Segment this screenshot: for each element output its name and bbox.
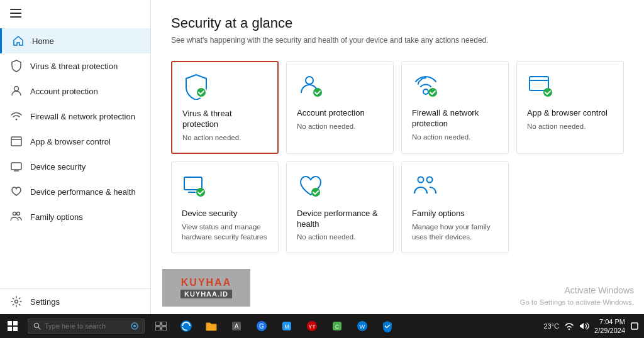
sidebar-item-family[interactable]: Family options <box>0 204 150 229</box>
svg-point-10 <box>17 212 20 215</box>
svg-rect-53 <box>631 323 638 329</box>
card-browser-status: No action needed. <box>527 121 613 131</box>
sidebar-item-firewall[interactable]: Firewall & network protection <box>0 104 150 129</box>
edge-browser-button[interactable] <box>175 314 197 338</box>
svg-rect-2 <box>10 16 21 18</box>
svg-point-52 <box>569 329 570 330</box>
card-firewall-title: Firewall & network protection <box>412 108 498 129</box>
sidebar-item-settings[interactable]: Settings <box>0 289 150 314</box>
svg-point-11 <box>15 300 18 303</box>
shield-icon <box>10 60 23 72</box>
app-icon-5[interactable]: C <box>326 314 348 338</box>
logo-overlay: KUYHAA KUYHAA.ID <box>162 269 250 307</box>
taskbar: A G M YT C W 23°C <box>0 314 644 338</box>
start-button[interactable] <box>0 314 25 338</box>
card-family-title: Family options <box>412 209 498 219</box>
svg-point-9 <box>13 212 16 215</box>
taskbar-search-icon <box>33 322 41 330</box>
taskbar-search-box[interactable] <box>28 319 145 334</box>
taskbar-search-input[interactable] <box>45 322 126 330</box>
taskbar-system-tray: 23°C 7:04 PM 2/29/2024 <box>543 317 644 335</box>
sidebar-label-performance: Device performance & health <box>30 187 136 197</box>
card-account[interactable]: Account protection No action needed. <box>286 61 394 154</box>
card-firewall-icon <box>412 72 442 102</box>
card-browser[interactable]: App & browser control No action needed. <box>516 61 624 154</box>
sidebar-item-account[interactable]: Account protection <box>0 79 150 104</box>
svg-text:C: C <box>335 324 340 330</box>
settings-label: Settings <box>30 297 60 307</box>
browser-icon <box>10 135 23 148</box>
page-title: Security at a glance <box>171 15 624 31</box>
card-firewall-status: No action needed. <box>412 132 498 142</box>
menu-icon[interactable] <box>0 0 150 28</box>
card-performance-status: No action needed. <box>297 232 383 242</box>
app-icon-3[interactable]: M <box>275 314 298 338</box>
svg-rect-27 <box>8 321 12 325</box>
app-icon-1[interactable]: A <box>225 314 248 338</box>
activate-line1: Activate Windows <box>519 284 634 297</box>
svg-line-32 <box>38 327 41 330</box>
svg-point-26 <box>427 177 433 182</box>
card-firewall[interactable]: Firewall & network protection No action … <box>401 61 509 154</box>
card-virus-title: Virus & threat protection <box>182 109 267 130</box>
date-display: 2/29/2024 <box>594 326 625 335</box>
time-display: 7:04 PM <box>594 317 625 326</box>
sidebar-label-firewall: Firewall & network protection <box>30 112 135 121</box>
taskbar-apps: A G M YT C W <box>150 314 399 338</box>
svg-rect-29 <box>8 327 12 331</box>
wifi-icon <box>10 110 23 123</box>
cortana-icon <box>130 322 139 330</box>
sidebar: Home Virus & threat protection Account p… <box>0 0 151 314</box>
settings-icon <box>10 295 23 308</box>
svg-rect-18 <box>530 77 548 90</box>
svg-point-4 <box>16 119 18 121</box>
logo-top: KUYHAA <box>181 277 231 288</box>
svg-point-3 <box>14 87 19 91</box>
card-browser-title: App & browser control <box>527 108 613 119</box>
card-virus-status: No action needed. <box>182 133 267 143</box>
sidebar-item-home[interactable]: Home <box>0 28 150 53</box>
sidebar-label-browser: App & browser control <box>30 137 111 146</box>
taskbar-clock[interactable]: 7:04 PM 2/29/2024 <box>594 317 625 335</box>
card-device-security[interactable]: Device security View status and manage h… <box>171 161 279 253</box>
svg-text:M: M <box>284 324 289 330</box>
svg-point-25 <box>418 177 424 182</box>
svg-rect-28 <box>13 321 18 325</box>
network-icon[interactable] <box>564 322 574 330</box>
svg-point-14 <box>306 77 313 84</box>
card-device-security-icon <box>182 172 212 202</box>
svg-text:YT: YT <box>308 324 316 330</box>
sidebar-item-browser[interactable]: App & browser control <box>0 129 150 154</box>
app-icon-2[interactable]: G <box>250 314 273 338</box>
app-icon-6[interactable]: W <box>351 314 374 338</box>
svg-rect-36 <box>162 322 167 325</box>
file-explorer-button[interactable] <box>200 314 223 338</box>
sidebar-item-virus[interactable]: Virus & threat protection <box>0 53 150 79</box>
svg-rect-38 <box>162 327 167 330</box>
family-icon <box>10 210 23 223</box>
svg-point-34 <box>133 325 136 327</box>
main-content: Security at a glance See what's happenin… <box>151 0 644 314</box>
card-performance-title: Device performance & health <box>297 209 383 230</box>
card-performance[interactable]: Device performance & health No action ne… <box>286 161 394 253</box>
app-icon-4[interactable]: YT <box>301 314 323 338</box>
svg-rect-7 <box>11 163 21 170</box>
sidebar-label-device: Device security <box>30 162 86 172</box>
svg-rect-0 <box>10 9 21 10</box>
svg-text:W: W <box>360 324 365 330</box>
card-account-status: No action needed. <box>297 121 383 131</box>
sidebar-item-performance[interactable]: Device performance & health <box>0 179 150 204</box>
sidebar-item-device[interactable]: Device security <box>0 154 150 179</box>
svg-rect-35 <box>155 322 160 325</box>
card-virus[interactable]: Virus & threat protection No action need… <box>171 61 279 154</box>
volume-icon[interactable] <box>579 322 589 330</box>
card-family[interactable]: Family options Manage how your family us… <box>401 161 509 253</box>
sidebar-label-account: Account protection <box>30 87 98 96</box>
person-icon <box>10 85 23 97</box>
heart-icon <box>10 185 23 198</box>
card-device-security-status: View status and manage hardware security… <box>182 222 268 242</box>
cards-grid: Virus & threat protection No action need… <box>171 61 624 253</box>
task-view-button[interactable] <box>150 314 172 338</box>
security-shield-button[interactable] <box>376 314 399 338</box>
notification-icon[interactable] <box>630 322 639 330</box>
